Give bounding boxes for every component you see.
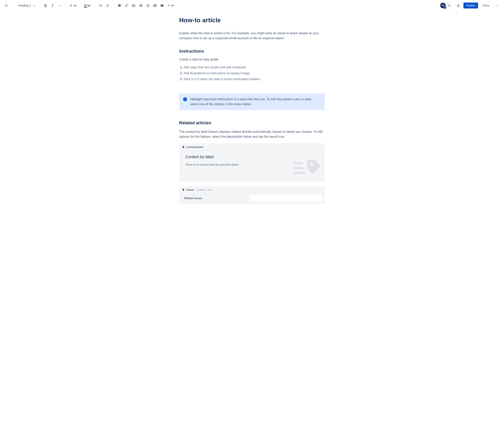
- chevron-down-icon: [33, 4, 35, 6]
- restrictions-button[interactable]: [455, 2, 462, 9]
- chevron-down-icon: [171, 3, 174, 7]
- action-item-button[interactable]: [116, 2, 123, 9]
- svg-point-16: [148, 5, 148, 5]
- svg-point-1: [59, 5, 60, 6]
- insert-dropdown[interactable]: [166, 2, 174, 9]
- document-icon: [182, 188, 185, 191]
- table-cell[interactable]: [249, 194, 323, 202]
- info-panel[interactable]: i Highlight important information in a p…: [179, 93, 325, 110]
- emoji-button[interactable]: [145, 2, 151, 9]
- svg-rect-25: [293, 167, 305, 169]
- macro-params: | hidden = true: [196, 188, 212, 191]
- instructions-heading[interactable]: Instructions: [179, 49, 325, 54]
- avatar-presence-badge: C: [444, 6, 446, 9]
- document-icon: [182, 146, 185, 148]
- svg-rect-19: [162, 4, 163, 7]
- more-actions-button[interactable]: [494, 2, 500, 9]
- svg-point-2: [60, 5, 61, 6]
- label-illustration-icon: [293, 156, 321, 178]
- separator: [94, 3, 94, 8]
- macro-header: Contentbylabel: [181, 145, 323, 149]
- text-style-label: Heading 2: [18, 4, 31, 7]
- content-by-label-macro[interactable]: Contentbylabel Content by label There is…: [179, 143, 325, 182]
- editor-toolbar: Heading 2 A 123 CK C: [0, 0, 504, 11]
- svg-point-15: [147, 5, 147, 5]
- align-dropdown[interactable]: [69, 2, 77, 9]
- close-button[interactable]: Close: [480, 2, 491, 8]
- svg-point-5: [99, 6, 100, 7]
- svg-point-23: [498, 5, 498, 6]
- svg-point-3: [99, 4, 100, 5]
- chevron-down-icon: [73, 3, 77, 7]
- macro-body: Related issues: [181, 194, 323, 202]
- user-avatar[interactable]: CK C: [440, 3, 446, 8]
- table-button[interactable]: [152, 2, 158, 9]
- more-formatting-button[interactable]: [56, 2, 63, 9]
- confluence-logo-icon: [4, 3, 9, 8]
- chevron-down-icon: [87, 3, 91, 7]
- collaborator-avatars: CK C: [440, 2, 452, 9]
- table-header-cell[interactable]: Related issues: [181, 194, 249, 202]
- svg-point-22: [497, 5, 497, 6]
- svg-point-4: [99, 5, 100, 6]
- info-icon: i: [183, 97, 187, 101]
- svg-point-14: [146, 4, 149, 7]
- link-button[interactable]: [124, 2, 130, 9]
- step-item[interactable]: Add steps that are simple and self-conta…: [183, 64, 325, 70]
- svg-rect-26: [293, 172, 305, 174]
- svg-point-12: [139, 4, 142, 7]
- numbered-list-button[interactable]: 123: [104, 2, 111, 9]
- text-color-dropdown[interactable]: A: [83, 2, 91, 9]
- invite-button[interactable]: [446, 3, 452, 8]
- related-heading[interactable]: Related articles: [179, 120, 325, 126]
- macro-name: Details: [186, 188, 194, 191]
- color-swatch: [84, 7, 87, 7]
- bold-button[interactable]: [42, 2, 49, 9]
- macro-name: Contentbylabel: [186, 146, 203, 148]
- intro-paragraph[interactable]: Explain what this how-to article is for.…: [179, 31, 325, 41]
- step-item[interactable]: Add illustrations to instructions by typ…: [183, 70, 325, 76]
- step-item[interactable]: Stick to 3-5 steps per task to avoid ove…: [183, 76, 325, 82]
- macro-header: Details | hidden = true: [181, 188, 323, 192]
- table-row[interactable]: Related issues: [181, 194, 323, 202]
- svg-text:3: 3: [106, 6, 106, 7]
- details-table[interactable]: Related issues: [181, 194, 323, 202]
- instructions-subtext[interactable]: Create a step-by-step guide:: [179, 58, 325, 61]
- separator: [66, 3, 66, 8]
- separator: [113, 3, 114, 8]
- publish-button[interactable]: Publish: [464, 2, 478, 8]
- bullet-list-button[interactable]: [97, 2, 104, 9]
- svg-rect-20: [457, 5, 459, 7]
- italic-button[interactable]: [49, 2, 56, 9]
- panel-text[interactable]: Highlight important information in a pan…: [190, 97, 321, 107]
- svg-point-21: [496, 5, 496, 6]
- steps-list[interactable]: Add steps that are simple and self-conta…: [183, 64, 325, 82]
- svg-rect-24: [293, 162, 303, 164]
- image-button[interactable]: [130, 2, 137, 9]
- svg-point-27: [310, 163, 313, 166]
- svg-rect-18: [161, 4, 162, 7]
- svg-rect-10: [132, 4, 135, 7]
- text-style-dropdown[interactable]: Heading 2: [17, 3, 37, 8]
- details-macro[interactable]: Details | hidden = true Related issues: [179, 186, 325, 204]
- mention-button[interactable]: [138, 2, 144, 9]
- page-title[interactable]: How-to article: [179, 17, 325, 24]
- related-paragraph[interactable]: The content by label feature displays re…: [179, 130, 325, 139]
- layouts-button[interactable]: [159, 2, 165, 9]
- macro-body: Content by label There is no content wit…: [181, 150, 323, 180]
- svg-point-0: [58, 5, 59, 6]
- editor-content[interactable]: How-to article Explain what this how-to …: [177, 17, 327, 204]
